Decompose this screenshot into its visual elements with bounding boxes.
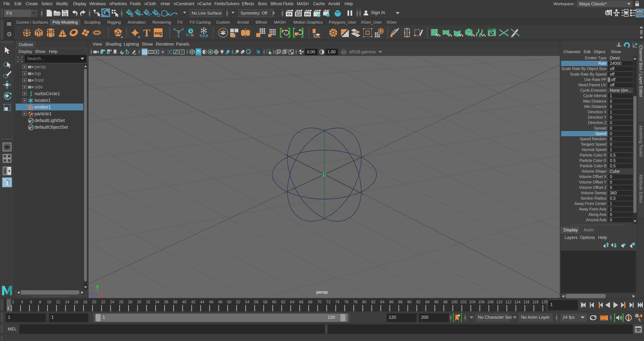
svg-text:svg: svg — [154, 30, 162, 35]
svg-text:46: 46 — [209, 300, 214, 304]
svg-text:28: 28 — [128, 300, 132, 304]
svg-text:68: 68 — [308, 300, 312, 304]
svg-text:12: 12 — [56, 300, 60, 304]
svg-text:26: 26 — [119, 300, 124, 304]
svg-text:14: 14 — [65, 300, 69, 304]
svg-text:22: 22 — [101, 300, 105, 304]
svg-text:60: 60 — [272, 300, 276, 304]
svg-text:24: 24 — [110, 300, 114, 304]
svg-text:persp: persp — [316, 290, 328, 295]
svg-text:32: 32 — [146, 300, 150, 304]
svg-text:88: 88 — [398, 300, 402, 304]
svg-text:52: 52 — [236, 300, 240, 304]
svg-text:100: 100 — [451, 300, 458, 304]
svg-text:106: 106 — [478, 300, 484, 304]
svg-text:48: 48 — [218, 300, 222, 304]
svg-text:8: 8 — [39, 300, 41, 304]
svg-text:x: x — [100, 291, 102, 296]
svg-text:70: 70 — [317, 300, 322, 304]
svg-text:92: 92 — [416, 300, 420, 304]
svg-text:94: 94 — [425, 300, 430, 304]
svg-text:30: 30 — [137, 300, 142, 304]
svg-text:78: 78 — [353, 300, 358, 304]
svg-text:16: 16 — [74, 300, 78, 304]
svg-text:110: 110 — [496, 300, 502, 304]
svg-text:84: 84 — [380, 300, 384, 304]
svg-text:36: 36 — [164, 300, 168, 304]
svg-text:80: 80 — [362, 300, 366, 304]
svg-text:72: 72 — [326, 300, 330, 304]
svg-text:42: 42 — [191, 300, 196, 304]
svg-text:z: z — [90, 291, 93, 296]
svg-text:120: 120 — [541, 300, 548, 304]
svg-text:40: 40 — [182, 300, 186, 304]
svg-text:104: 104 — [469, 300, 476, 304]
svg-text:102: 102 — [460, 300, 466, 304]
svg-text:82: 82 — [371, 300, 376, 304]
svg-text:4: 4 — [21, 300, 23, 304]
svg-text:98: 98 — [443, 300, 448, 304]
svg-text:38: 38 — [173, 300, 178, 304]
svg-text:54: 54 — [245, 300, 250, 304]
svg-text:58: 58 — [263, 300, 268, 304]
svg-text:118: 118 — [532, 300, 538, 304]
svg-text:y: y — [96, 284, 98, 288]
svg-text:62: 62 — [281, 300, 286, 304]
svg-text:114: 114 — [514, 300, 520, 304]
svg-text:44: 44 — [200, 300, 204, 304]
svg-text:18: 18 — [83, 300, 88, 304]
svg-text:0,0,0: 0,0,0 — [200, 33, 208, 38]
svg-text:34: 34 — [155, 300, 159, 304]
svg-text:116: 116 — [524, 300, 530, 304]
svg-text:64: 64 — [290, 300, 294, 304]
svg-text:96: 96 — [434, 300, 438, 304]
svg-text:20: 20 — [92, 300, 96, 304]
svg-text:6: 6 — [30, 300, 32, 304]
svg-text:T: T — [181, 50, 183, 54]
svg-text:OFF: OFF — [342, 51, 346, 53]
svg-text:90: 90 — [407, 300, 412, 304]
svg-text:74: 74 — [335, 300, 340, 304]
svg-text:86: 86 — [389, 300, 394, 304]
svg-text:66: 66 — [299, 300, 304, 304]
svg-text:76: 76 — [344, 300, 348, 304]
svg-text:112: 112 — [505, 300, 512, 304]
svg-text:108: 108 — [487, 300, 494, 304]
svg-text:56: 56 — [254, 300, 258, 304]
svg-text:T: T — [143, 27, 150, 38]
svg-text:10: 10 — [47, 300, 51, 304]
svg-text:50: 50 — [227, 300, 232, 304]
svg-text:IPR: IPR — [305, 13, 310, 16]
svg-text:2: 2 — [12, 300, 14, 304]
svg-text:{;}: {;} — [636, 329, 641, 332]
